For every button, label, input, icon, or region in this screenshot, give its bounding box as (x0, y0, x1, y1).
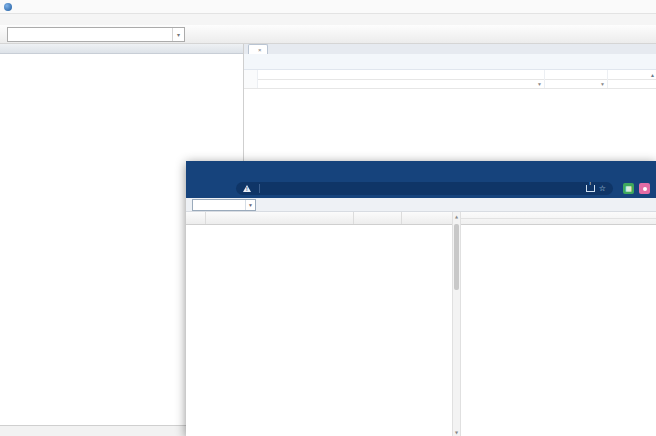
sort-asc-icon: ▲ (650, 72, 656, 78)
search-combobox[interactable]: ▾ (7, 27, 185, 42)
browser-tabstrip (186, 161, 656, 179)
tree-panel-header (0, 44, 243, 54)
back-icon[interactable] (192, 182, 205, 195)
vertical-scrollbar[interactable]: ▲ ▼ (452, 212, 461, 436)
gantt-view-combobox[interactable]: ▼ (192, 199, 256, 211)
scroll-up-icon[interactable]: ▲ (453, 212, 460, 220)
gantt-app-toolbar: ▼ (186, 198, 656, 212)
gantt-grid: ▲ ▼ (186, 212, 656, 436)
column-start-plan[interactable] (402, 212, 452, 224)
chevron-down-icon[interactable]: ▾ (172, 28, 184, 41)
gutter-header (244, 70, 258, 79)
column-task-name[interactable] (206, 212, 354, 224)
gantt-table-body (186, 224, 452, 436)
forward-icon[interactable] (205, 182, 218, 195)
gantt-chart-body (461, 224, 656, 436)
browser-addressbar: ☆ ▦ (186, 179, 656, 198)
tab-close-icon[interactable]: × (258, 47, 262, 53)
pinned-extension-icon[interactable] (639, 183, 650, 194)
window-titlebar (0, 0, 656, 14)
gantt-table (186, 212, 452, 436)
composition-toolbar (244, 54, 656, 70)
composition-filter-row: ▼ ▼ (244, 79, 656, 89)
share-icon[interactable] (586, 185, 595, 192)
bookmark-star-icon[interactable]: ☆ (599, 184, 606, 193)
gantt-chart (461, 212, 656, 436)
maximize-button[interactable] (620, 1, 636, 12)
extension-icon[interactable]: ▦ (623, 183, 634, 194)
column-id[interactable] (186, 212, 206, 224)
scrollbar-thumb[interactable] (454, 224, 459, 290)
not-secure-warning-icon (243, 185, 251, 192)
minimize-button[interactable] (604, 1, 620, 12)
app-logo-icon (4, 3, 12, 11)
browser-window: ☆ ▦ ▼ ▲ ▼ (186, 161, 656, 436)
url-bar[interactable]: ☆ (236, 182, 613, 195)
chevron-down-icon[interactable]: ▼ (245, 200, 255, 210)
main-toolbar: ▾ (0, 25, 656, 44)
column-predecessors[interactable] (354, 212, 402, 224)
close-button[interactable] (636, 1, 652, 12)
reload-icon[interactable] (218, 182, 231, 195)
scroll-down-icon[interactable]: ▼ (453, 428, 460, 436)
chevron-down-icon[interactable]: ▼ (600, 81, 607, 87)
chevron-down-icon[interactable]: ▼ (537, 81, 544, 87)
tdms-app-window: ▾ × ▲ ▼ ▼ (0, 0, 656, 436)
